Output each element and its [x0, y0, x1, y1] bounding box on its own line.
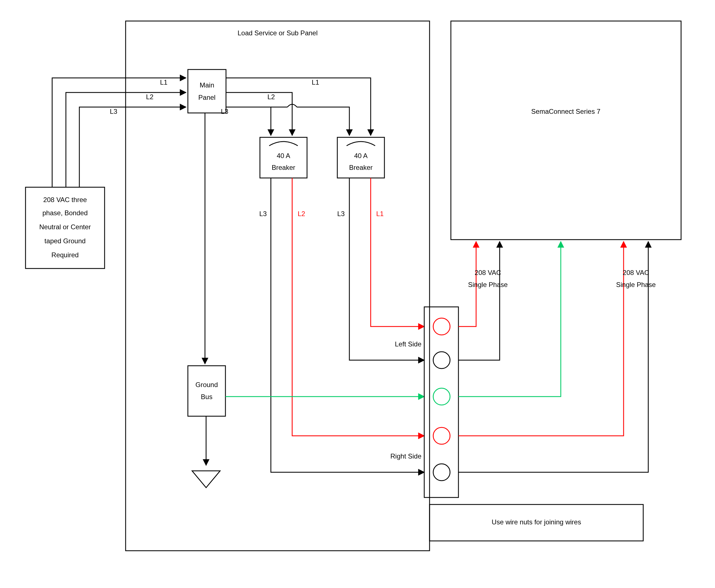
- source-l4: taped Ground: [45, 237, 86, 245]
- label-src-l3: L3: [110, 108, 118, 115]
- label-main-l2: L2: [267, 93, 275, 101]
- label-brk2-l3: L3: [337, 210, 345, 217]
- main-panel-l1: Main: [200, 81, 214, 89]
- phase2-l1: 208 VAC: [623, 269, 649, 276]
- breaker1-arc: [269, 142, 298, 146]
- term-2: [433, 352, 450, 369]
- source-l1: 208 VAC three: [43, 196, 87, 204]
- wiring-diagram: Load Service or Sub Panel 208 VAC three …: [0, 0, 715, 588]
- wire-nuts-text: Use wire nuts for joining wires: [492, 518, 581, 526]
- label-main-l3: L3: [221, 108, 228, 115]
- source-l3: Neutral or Center: [39, 223, 91, 231]
- ground-bus-box: [188, 366, 225, 416]
- sub-panel-frame: [126, 21, 430, 551]
- ground-symbol: [192, 471, 220, 488]
- sub-panel-title: Load Service or Sub Panel: [238, 29, 318, 37]
- main-panel-box: [188, 69, 226, 113]
- line-t3-sema: [458, 241, 561, 397]
- phase2-l2: Single Phase: [616, 281, 656, 288]
- sema-box: [451, 21, 681, 239]
- line-brk1-l3: [271, 178, 424, 472]
- source-l2: phase, Bonded: [42, 209, 87, 217]
- breaker2-arc: [347, 142, 375, 146]
- phase1-l2: Single Phase: [468, 281, 508, 288]
- phase1-l1: 208 VAC: [475, 269, 501, 276]
- label-brk1-l3: L3: [259, 210, 267, 217]
- right-side-label: Right Side: [390, 453, 422, 460]
- line-t2-sema: [458, 241, 500, 360]
- breaker2-l1: 40 A: [354, 152, 368, 160]
- sema-title: SemaConnect Series 7: [531, 108, 600, 115]
- line-main-l2: [226, 92, 292, 135]
- label-brk2-l1: L1: [376, 210, 384, 217]
- term-1: [433, 318, 450, 335]
- line-brk1-l2: [292, 178, 424, 436]
- breaker2-l2: Breaker: [349, 164, 373, 171]
- ground-bus-l1: Ground: [196, 381, 218, 388]
- line-main-l3b: [271, 107, 349, 135]
- term-3: [433, 388, 450, 405]
- line-src-l1: [52, 78, 186, 187]
- breaker1-l2: Breaker: [272, 164, 295, 171]
- line-brk2-l3: [349, 178, 424, 360]
- ground-bus-l2: Bus: [201, 393, 212, 400]
- line-src-l3: [79, 107, 186, 187]
- source-l5: Required: [51, 251, 79, 259]
- label-main-l1: L1: [312, 79, 319, 86]
- term-5: [433, 464, 450, 481]
- line-main-l3a: [226, 107, 271, 135]
- label-src-l2: L2: [146, 93, 154, 101]
- label-src-l1: L1: [160, 79, 168, 86]
- breaker1-l1: 40 A: [277, 152, 290, 160]
- label-brk1-l2: L2: [298, 210, 305, 217]
- term-4: [433, 427, 450, 444]
- left-side-label: Left Side: [395, 340, 422, 348]
- main-panel-l2: Panel: [198, 93, 215, 101]
- line-brk2-l1: [371, 178, 424, 327]
